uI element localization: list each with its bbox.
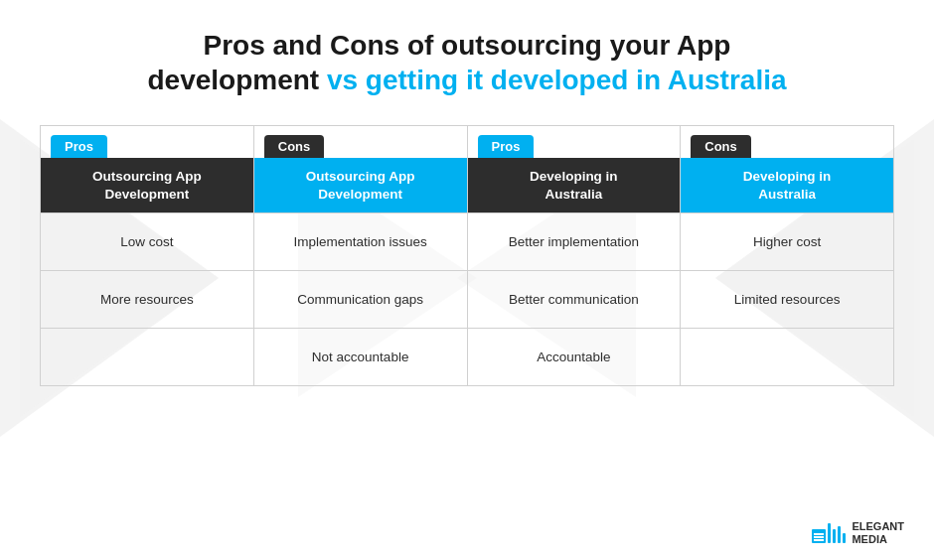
title-line1: Pros and Cons of outsourcing your App [204, 30, 731, 61]
badge-australia-cons: Cons [691, 135, 751, 158]
badge-row-outsourcing-cons: Cons [254, 126, 467, 158]
col-header-outsourcing-cons: Outsourcing AppDevelopment [254, 158, 467, 212]
cell-australia-pros-2: Accountable [468, 328, 681, 385]
cell-outsourcing-pros-1: More resources [41, 270, 253, 328]
cell-empty-outsourcing-pros-2 [41, 328, 253, 385]
cell-outsourcing-cons-1: Communication gaps [254, 270, 467, 328]
badge-row-outsourcing-pros: Pros [41, 126, 253, 158]
cell-australia-cons-0: Higher cost [681, 212, 893, 270]
col-header-australia-cons: Developing inAustralia [681, 158, 893, 212]
logo: ELEGANT MEDIA [812, 520, 904, 546]
title-line2-highlight: vs getting it developed in Australia [327, 65, 787, 95]
badge-row-australia-cons: Cons [681, 126, 893, 158]
column-outsourcing-cons: ConsOutsourcing AppDevelopmentImplementa… [253, 125, 467, 386]
comparison-table: ProsOutsourcing AppDevelopmentLow costMo… [40, 125, 894, 386]
logo-text: ELEGANT MEDIA [852, 520, 904, 546]
cell-outsourcing-cons-2: Not accountable [254, 328, 467, 385]
badge-australia-pros: Pros [478, 135, 535, 158]
cell-empty-australia-cons-2 [681, 328, 893, 385]
badge-outsourcing-cons: Cons [264, 135, 325, 158]
badge-outsourcing-pros: Pros [51, 135, 107, 158]
cell-australia-cons-1: Limited resources [681, 270, 893, 328]
col-header-outsourcing-pros: Outsourcing AppDevelopment [41, 158, 253, 212]
cell-australia-pros-0: Better implementation [468, 212, 681, 270]
page-title: Pros and Cons of outsourcing your App de… [40, 28, 894, 97]
badge-row-australia-pros: Pros [468, 126, 681, 158]
cell-outsourcing-pros-0: Low cost [41, 212, 253, 270]
col-header-australia-pros: Developing inAustralia [468, 158, 681, 212]
cell-outsourcing-cons-0: Implementation issues [254, 212, 467, 270]
column-australia-pros: ProsDeveloping inAustraliaBetter impleme… [467, 125, 681, 386]
column-outsourcing-pros: ProsOutsourcing AppDevelopmentLow costMo… [40, 125, 253, 386]
title-line2-plain: development [147, 65, 326, 95]
main-content: Pros and Cons of outsourcing your App de… [0, 0, 934, 406]
column-australia-cons: ConsDeveloping inAustraliaHigher costLim… [680, 125, 894, 386]
logo-icon [812, 523, 846, 543]
cell-australia-pros-1: Better communication [468, 270, 681, 328]
